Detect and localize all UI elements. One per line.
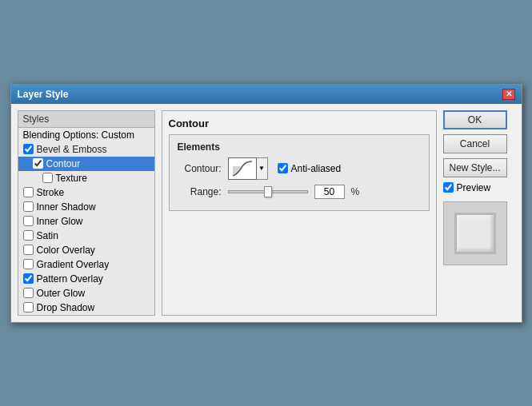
outer-glow-checkbox[interactable] bbox=[23, 288, 34, 298]
blending-options-label: Blending Options: Custom bbox=[23, 129, 134, 141]
texture-checkbox[interactable] bbox=[42, 173, 53, 183]
gradient-overlay-item[interactable]: Gradient Overlay bbox=[18, 257, 154, 272]
anti-aliased-row: Anti-aliased bbox=[278, 163, 342, 174]
pattern-overlay-checkbox[interactable] bbox=[23, 273, 34, 284]
range-row: Range: 50 % bbox=[178, 185, 421, 199]
range-percent: % bbox=[351, 186, 360, 197]
inner-shadow-label: Inner Shadow bbox=[37, 201, 96, 213]
close-button[interactable]: ✕ bbox=[502, 89, 515, 100]
satin-item[interactable]: Satin bbox=[18, 229, 154, 243]
color-overlay-label: Color Overlay bbox=[37, 245, 95, 256]
range-label: Range: bbox=[178, 186, 222, 197]
satin-label: Satin bbox=[37, 230, 58, 241]
inner-shadow-item[interactable]: Inner Shadow bbox=[18, 200, 154, 214]
range-value-input[interactable]: 50 bbox=[314, 185, 345, 199]
color-overlay-item[interactable]: Color Overlay bbox=[18, 243, 154, 257]
contour-field-label: Contour: bbox=[178, 163, 222, 174]
cancel-button[interactable]: Cancel bbox=[443, 134, 507, 153]
stroke-label: Stroke bbox=[37, 187, 65, 198]
new-style-button[interactable]: New Style... bbox=[443, 158, 507, 177]
color-overlay-checkbox[interactable] bbox=[23, 245, 34, 255]
stroke-checkbox[interactable] bbox=[23, 187, 34, 197]
range-slider[interactable] bbox=[228, 185, 308, 199]
inner-glow-item[interactable]: Inner Glow bbox=[18, 214, 154, 229]
texture-label: Texture bbox=[56, 173, 87, 184]
styles-header: Styles bbox=[18, 111, 154, 128]
layer-style-dialog: Layer Style ✕ Styles Blending Options: C… bbox=[10, 84, 522, 323]
drop-shadow-checkbox[interactable] bbox=[23, 302, 34, 312]
pattern-overlay-item[interactable]: Pattern Overlay bbox=[18, 272, 154, 286]
inner-glow-checkbox[interactable] bbox=[23, 216, 34, 226]
contour-checkbox[interactable] bbox=[33, 158, 43, 169]
stroke-item[interactable]: Stroke bbox=[18, 185, 154, 200]
dialog-title: Layer Style bbox=[18, 89, 69, 100]
bevel-emboss-item[interactable]: Bevel & Emboss bbox=[18, 142, 154, 157]
preview-checkbox[interactable] bbox=[443, 182, 454, 193]
preview-inner bbox=[454, 213, 496, 254]
contour-thumbnail[interactable] bbox=[228, 157, 257, 180]
subsection-title: Elements bbox=[178, 141, 421, 153]
drop-shadow-item[interactable]: Drop Shadow bbox=[18, 301, 154, 315]
contour-label: Contour bbox=[46, 158, 81, 169]
pattern-overlay-label: Pattern Overlay bbox=[37, 273, 103, 285]
contour-row: Contour: ▼ Anti-aliased bbox=[178, 157, 421, 180]
range-fill bbox=[229, 191, 268, 193]
preview-box bbox=[443, 201, 507, 265]
main-panel: Contour Elements Contour: ▼ bbox=[162, 110, 437, 316]
contour-item[interactable]: Contour bbox=[18, 157, 154, 171]
anti-aliased-label: Anti-aliased bbox=[291, 163, 342, 174]
preview-label-row: Preview bbox=[443, 182, 515, 193]
gradient-overlay-label: Gradient Overlay bbox=[37, 259, 110, 270]
texture-item[interactable]: Texture bbox=[18, 171, 154, 185]
preview-label: Preview bbox=[457, 182, 491, 193]
elements-subsection: Elements Contour: ▼ bbox=[169, 134, 430, 211]
anti-aliased-checkbox[interactable] bbox=[278, 163, 288, 173]
gradient-overlay-checkbox[interactable] bbox=[23, 259, 34, 269]
ok-button[interactable]: OK bbox=[443, 110, 507, 129]
right-panel: OK Cancel New Style... Preview bbox=[443, 110, 515, 316]
outer-glow-label: Outer Glow bbox=[37, 288, 86, 299]
satin-checkbox[interactable] bbox=[23, 230, 34, 241]
range-thumb[interactable] bbox=[264, 186, 272, 197]
outer-glow-item[interactable]: Outer Glow bbox=[18, 286, 154, 301]
dialog-body: Styles Blending Options: Custom Bevel & … bbox=[11, 104, 522, 322]
bevel-emboss-checkbox[interactable] bbox=[23, 144, 34, 154]
drop-shadow-label: Drop Shadow bbox=[37, 302, 95, 313]
bevel-emboss-label: Bevel & Emboss bbox=[37, 144, 107, 155]
blending-options-item[interactable]: Blending Options: Custom bbox=[18, 128, 154, 142]
inner-glow-label: Inner Glow bbox=[37, 216, 83, 227]
title-bar: Layer Style ✕ bbox=[11, 85, 522, 104]
inner-shadow-checkbox[interactable] bbox=[23, 201, 34, 212]
left-panel: Styles Blending Options: Custom Bevel & … bbox=[18, 110, 155, 316]
contour-dropdown-button[interactable]: ▼ bbox=[257, 157, 268, 180]
range-track bbox=[228, 190, 308, 193]
section-title: Contour bbox=[169, 117, 430, 129]
